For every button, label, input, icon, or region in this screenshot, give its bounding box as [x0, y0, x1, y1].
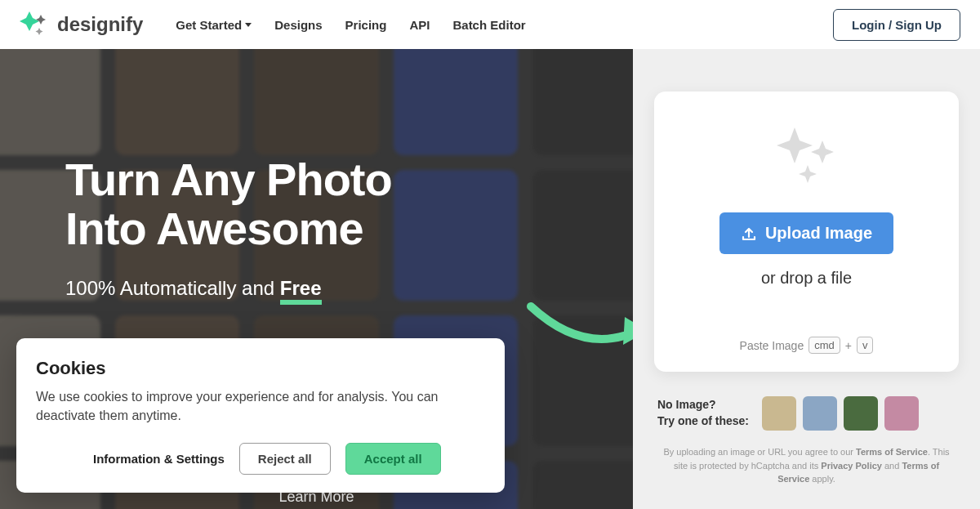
- privacy-policy-link[interactable]: Privacy Policy: [821, 461, 882, 471]
- nav-get-started[interactable]: Get Started: [176, 18, 252, 32]
- reject-all-button[interactable]: Reject all: [239, 443, 331, 475]
- nav-pricing[interactable]: Pricing: [345, 18, 387, 32]
- nav-api[interactable]: API: [409, 18, 430, 32]
- paste-hint: Paste Image cmd + v: [670, 337, 942, 354]
- nav-designs[interactable]: Designs: [274, 18, 322, 32]
- samples-line1: No Image?: [657, 397, 749, 413]
- accept-all-button[interactable]: Accept all: [345, 443, 441, 475]
- sample-thumb-3[interactable]: [844, 396, 878, 431]
- chevron-down-icon: [245, 23, 252, 27]
- key-plus: +: [845, 339, 852, 352]
- paste-label: Paste Image: [740, 339, 804, 352]
- nav-get-started-label: Get Started: [176, 18, 242, 32]
- cookie-title: Cookies: [36, 358, 485, 379]
- cookie-banner: Cookies We use cookies to improve your e…: [16, 338, 505, 493]
- key-cmd: cmd: [808, 337, 840, 354]
- login-signup-button[interactable]: Login / Sign Up: [833, 9, 960, 41]
- sample-thumbs: [762, 396, 919, 431]
- upload-image-button[interactable]: Upload Image: [719, 212, 893, 254]
- cookie-actions: Information & Settings Reject all Accept…: [36, 443, 485, 475]
- hero-title-line1: Turn Any Photo: [65, 155, 392, 204]
- hero-content: Turn Any Photo Into Awesome 100% Automat…: [65, 155, 392, 305]
- logo[interactable]: designify: [20, 10, 143, 39]
- upload-icon: [741, 225, 757, 242]
- tos-link[interactable]: Terms of Service: [856, 447, 928, 457]
- main-nav: Get Started Designs Pricing API Batch Ed…: [176, 18, 525, 32]
- header: designify Get Started Designs Pricing AP…: [0, 0, 980, 49]
- upload-panel: Upload Image or drop a file Paste Image …: [633, 49, 980, 509]
- upload-card[interactable]: Upload Image or drop a file Paste Image …: [654, 92, 959, 372]
- cookie-text: We use cookies to improve your experienc…: [36, 387, 485, 425]
- legal-text: By uploading an image or URL you agree t…: [654, 445, 959, 486]
- sample-thumb-2[interactable]: [803, 396, 837, 431]
- sample-thumb-1[interactable]: [762, 396, 796, 431]
- hero-title: Turn Any Photo Into Awesome: [65, 155, 392, 254]
- logo-sparkle-icon: [20, 10, 49, 39]
- hero-sub-prefix: 100% Automatically and: [65, 277, 280, 299]
- sample-images-row: No Image? Try one of these:: [654, 396, 959, 431]
- key-v: v: [857, 337, 874, 354]
- logo-text: designify: [57, 13, 143, 36]
- hero-subtitle: 100% Automatically and Free: [65, 277, 392, 305]
- drop-file-text: or drop a file: [670, 269, 942, 288]
- upload-button-label: Upload Image: [765, 224, 872, 243]
- samples-line2: Try one of these:: [657, 413, 749, 430]
- sample-thumb-4[interactable]: [884, 396, 919, 431]
- cookie-info-link[interactable]: Information & Settings: [93, 452, 225, 466]
- samples-text: No Image? Try one of these:: [657, 397, 749, 429]
- sparkles-icon: [772, 124, 842, 190]
- hero-sub-free: Free: [280, 277, 322, 305]
- arrow-icon: [527, 294, 633, 368]
- nav-batch-editor[interactable]: Batch Editor: [452, 18, 525, 32]
- hero-title-line2: Into Awesome: [65, 204, 392, 253]
